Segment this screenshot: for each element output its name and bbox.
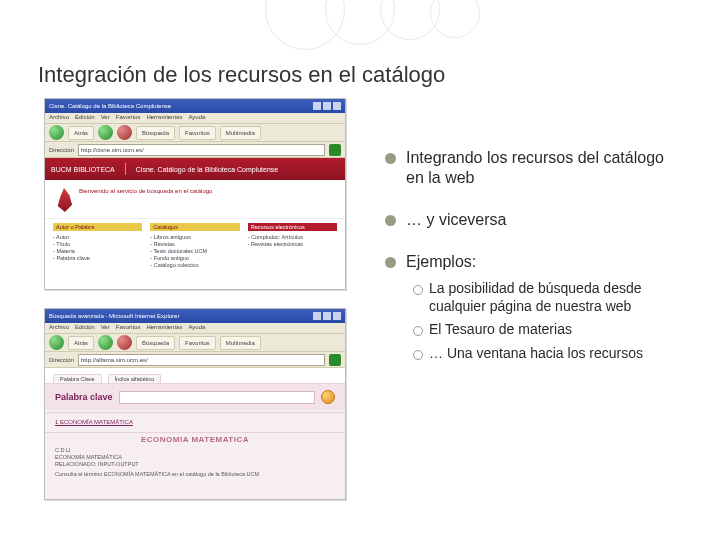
search-form: Palabra clave: [45, 384, 345, 410]
col-2: Catálogos Libros antiguos Revistas Tesis…: [150, 223, 239, 269]
forward-icon[interactable]: [98, 335, 113, 350]
address-bar: Dirección http://alfama.sim.ucm.es/: [45, 352, 345, 368]
site-tagline: Cisne. Catálogo de la Biblioteca Complut…: [136, 166, 278, 173]
menu-favoritos[interactable]: Favoritos: [116, 324, 141, 332]
bullet-dot-icon: [385, 153, 396, 164]
favorites-button[interactable]: Favoritos: [179, 126, 216, 140]
address-label: Dirección: [49, 147, 74, 153]
cdu-value: ECONOMÍA MATEMÁTICA: [55, 454, 259, 461]
bullet-1: Integrando los recursos del catálogo en …: [385, 148, 684, 188]
col-2-head: Catálogos: [150, 223, 239, 231]
col-3: Recursos electrónicos Compludoc: Artícul…: [248, 223, 337, 269]
col1-item[interactable]: Autor: [53, 234, 142, 240]
results-list: 1 ECONOMÍA MATEMÁTICA: [45, 415, 345, 430]
browser-menubar: Archivo Edición Ver Favoritos Herramient…: [45, 113, 345, 124]
window-titlebar: Búsqueda avanzada - Microsoft Internet E…: [45, 309, 345, 323]
screenshots-column: Cisne. Catálogo de la Biblioteca Complut…: [44, 98, 354, 500]
page-body: BUCM BIBLIOTECA Cisne. Catálogo de la Bi…: [45, 158, 345, 289]
col3-item[interactable]: Revistas electrónicas: [248, 241, 337, 247]
hero-section: Bienvenido al servicio de búsqueda en el…: [45, 180, 345, 219]
window-controls: [313, 102, 341, 110]
col1-item[interactable]: Palabra clave: [53, 255, 142, 261]
menu-ver[interactable]: Ver: [101, 114, 110, 122]
catalog-columns: Autor o Palabra Autor Título Materia Pal…: [45, 219, 345, 275]
menu-ayuda[interactable]: Ayuda: [188, 114, 205, 122]
back-icon[interactable]: [49, 125, 64, 140]
menu-archivo[interactable]: Archivo: [49, 324, 69, 332]
menu-archivo[interactable]: Archivo: [49, 114, 69, 122]
back-button[interactable]: Atrás: [68, 126, 94, 140]
page-body: Palabra Clave Índice alfabético Palabra …: [45, 368, 345, 499]
menu-favoritos[interactable]: Favoritos: [116, 114, 141, 122]
related-label: RELACIONADO: INPUT-OUTPUT: [55, 461, 259, 468]
col2-item[interactable]: Revistas: [150, 241, 239, 247]
sub-bullet-3: … Una ventana hacia los recursos: [413, 345, 684, 363]
back-icon[interactable]: [49, 335, 64, 350]
bullet-dot-icon: [385, 215, 396, 226]
favorites-button[interactable]: Favoritos: [179, 336, 216, 350]
menu-herramientas[interactable]: Herramientas: [146, 114, 182, 122]
col2-item[interactable]: Catálogo colectivo: [150, 262, 239, 268]
bullet-2-text: … y viceversa: [406, 210, 684, 230]
col2-item[interactable]: Tesis doctorales UCM: [150, 248, 239, 254]
bullet-2: … y viceversa: [385, 210, 684, 230]
bullet-3: Ejemplos:: [385, 252, 684, 272]
record-title: ECONOMIA MATEMATICA: [141, 435, 249, 444]
search-tabs: Palabra Clave Índice alfabético: [45, 368, 345, 384]
menu-ver[interactable]: Ver: [101, 324, 110, 332]
back-button[interactable]: Atrás: [68, 336, 94, 350]
bullet-3-text: Ejemplos:: [406, 252, 684, 272]
media-button[interactable]: Multimedia: [220, 126, 261, 140]
col3-item[interactable]: Compludoc: Artículos: [248, 234, 337, 240]
col-1-head: Autor o Palabra: [53, 223, 142, 231]
sub-bullet-2: El Tesauro de materias: [413, 321, 684, 339]
search-button[interactable]: Búsqueda: [136, 126, 175, 140]
window-controls: [313, 312, 341, 320]
address-input[interactable]: http://alfama.sim.ucm.es/: [78, 354, 325, 366]
col1-item[interactable]: Título: [53, 241, 142, 247]
result-hit[interactable]: 1 ECONOMÍA MATEMÁTICA: [55, 419, 335, 425]
decorative-circles: [235, 0, 485, 60]
media-button[interactable]: Multimedia: [220, 336, 261, 350]
site-header-band: BUCM BIBLIOTECA Cisne. Catálogo de la Bi…: [45, 158, 345, 180]
screenshot-2: Búsqueda avanzada - Microsoft Internet E…: [44, 308, 346, 500]
forward-icon[interactable]: [98, 125, 113, 140]
tab-keyword[interactable]: Palabra Clave: [53, 374, 102, 383]
search-go-icon[interactable]: [321, 390, 335, 404]
address-input[interactable]: http://cisne.sim.ucm.es/: [78, 144, 325, 156]
col2-item[interactable]: Fondo antiguo: [150, 255, 239, 261]
menu-ayuda[interactable]: Ayuda: [188, 324, 205, 332]
hero-line1: Bienvenido al servicio de búsqueda en el…: [79, 188, 212, 195]
window-title-text: Cisne. Catálogo de la Biblioteca Complut…: [49, 103, 171, 109]
browser-toolbar: Atrás Búsqueda Favoritos Multimedia: [45, 124, 345, 142]
address-bar: Dirección http://cisne.sim.ucm.es/: [45, 142, 345, 158]
sub-bullet-1: La posibilidad de búsqueda desde cualqui…: [413, 280, 684, 315]
menu-herramientas[interactable]: Herramientas: [146, 324, 182, 332]
address-label: Dirección: [49, 357, 74, 363]
keyword-input[interactable]: [119, 391, 315, 404]
search-button[interactable]: Búsqueda: [136, 336, 175, 350]
bullet-dot-icon: [385, 257, 396, 268]
stop-icon[interactable]: [117, 335, 132, 350]
keyword-label: Palabra clave: [55, 392, 113, 402]
record-note: Consulta el término ECONOMÍA MATEMÁTICA …: [55, 471, 259, 478]
go-icon[interactable]: [329, 354, 341, 366]
col1-item[interactable]: Materia: [53, 248, 142, 254]
tab-index[interactable]: Índice alfabético: [108, 374, 162, 383]
site-brand: BUCM BIBLIOTECA: [51, 166, 115, 173]
col2-item[interactable]: Libros antiguos: [150, 234, 239, 240]
flame-icon: [55, 188, 73, 212]
menu-edicion[interactable]: Edición: [75, 324, 95, 332]
browser-toolbar: Atrás Búsqueda Favoritos Multimedia: [45, 334, 345, 352]
col-1: Autor o Palabra Autor Título Materia Pal…: [53, 223, 142, 269]
window-titlebar: Cisne. Catálogo de la Biblioteca Complut…: [45, 99, 345, 113]
bullet-1-text: Integrando los recursos del catálogo en …: [406, 148, 684, 188]
window-title-text: Búsqueda avanzada - Microsoft Internet E…: [49, 313, 179, 319]
sub-bullets: La posibilidad de búsqueda desde cualqui…: [413, 280, 684, 362]
bullet-content: Integrando los recursos del catálogo en …: [385, 148, 684, 368]
screenshot-1: Cisne. Catálogo de la Biblioteca Complut…: [44, 98, 346, 290]
stop-icon[interactable]: [117, 125, 132, 140]
go-icon[interactable]: [329, 144, 341, 156]
slide-title: Integración de los recursos en el catálo…: [38, 62, 445, 88]
menu-edicion[interactable]: Edición: [75, 114, 95, 122]
